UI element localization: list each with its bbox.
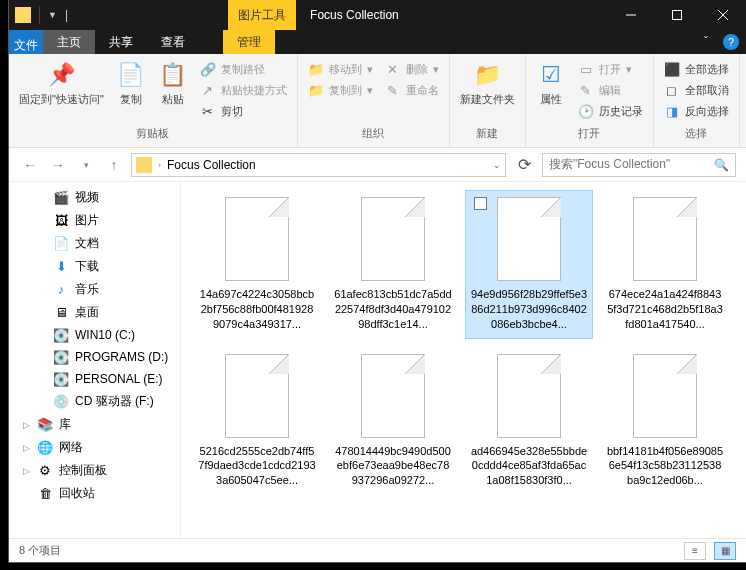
sidebar-item-label: 下载	[75, 258, 99, 275]
tab-view[interactable]: 查看	[147, 30, 199, 54]
pictures-icon: 🖼	[53, 213, 69, 229]
move-to-button[interactable]: 📁移动到 ▾	[304, 60, 377, 78]
invert-selection-button[interactable]: ◨反向选择	[660, 102, 733, 120]
file-icon	[497, 354, 561, 438]
file-item[interactable]: 5216cd2555ce2db74ff57f9daed3cde1cdcd2193…	[193, 347, 321, 496]
cut-button[interactable]: ✂剪切	[196, 102, 291, 120]
new-folder-button[interactable]: 📁 新建文件夹	[456, 58, 519, 108]
minimize-button[interactable]	[608, 0, 654, 30]
ribbon-group-select: 选择	[660, 126, 733, 143]
paste-button[interactable]: 📋 粘贴	[154, 58, 192, 108]
history-button[interactable]: 🕑历史记录	[574, 102, 647, 120]
address-bar[interactable]: › Focus Collection ⌄	[131, 153, 506, 177]
chevron-right-icon[interactable]: ▷	[23, 420, 30, 430]
sidebar-item-label: 桌面	[75, 304, 99, 321]
copy-to-button[interactable]: 📁复制到 ▾	[304, 81, 377, 99]
tab-file[interactable]: 文件	[9, 30, 43, 54]
sidebar-item-net[interactable]: ▷🌐网络	[9, 436, 180, 459]
sidebar-item-pictures[interactable]: 🖼图片	[9, 209, 180, 232]
net-icon: 🌐	[37, 440, 53, 456]
select-none-button[interactable]: ◻全部取消	[660, 81, 733, 99]
sidebar-item-f[interactable]: 💿CD 驱动器 (F:)	[9, 390, 180, 413]
search-input[interactable]: 搜索"Focus Collection" 🔍	[542, 153, 736, 177]
e-icon: 💽	[53, 371, 69, 387]
sidebar-item-videos[interactable]: 🎬视频	[9, 186, 180, 209]
sidebar-item-label: CD 驱动器 (F:)	[75, 393, 154, 410]
copyto-icon: 📁	[308, 82, 324, 98]
select-all-button[interactable]: ⬛全部选择	[660, 60, 733, 78]
sidebar-item-documents[interactable]: 📄文档	[9, 232, 180, 255]
titlebar: ▼ | 图片工具 Focus Collection	[9, 0, 746, 30]
sidebar-item-downloads[interactable]: ⬇下载	[9, 255, 180, 278]
file-pane[interactable]: 14a697c4224c3058bcb2bf756c88fb00f4819289…	[181, 182, 746, 538]
up-button[interactable]: ↑	[103, 154, 125, 176]
window-title: Focus Collection	[296, 0, 608, 30]
tab-home[interactable]: 主页	[43, 30, 95, 54]
paste-icon: 📋	[158, 60, 188, 90]
chevron-right-icon[interactable]: ▷	[23, 466, 30, 476]
sidebar-item-desktop[interactable]: 🖥桌面	[9, 301, 180, 324]
rename-button[interactable]: ✎重命名	[381, 81, 443, 99]
file-icon	[225, 197, 289, 281]
file-name: 674ece24a1a424f88435f3d721c468d2b5f18a3f…	[606, 287, 724, 332]
breadcrumb[interactable]: Focus Collection	[167, 158, 256, 172]
ribbon-group-organize: 组织	[304, 126, 443, 143]
new-folder-icon: 📁	[472, 60, 502, 90]
copy-path-button[interactable]: 🔗复制路径	[196, 60, 291, 78]
file-name: ad466945e328e55bbde0cddd4ce85af3fda65ac1…	[470, 444, 588, 489]
status-bar: 8 个项目 ≡ ▦	[9, 538, 746, 562]
refresh-button[interactable]: ⟳	[512, 155, 536, 174]
tab-share[interactable]: 共享	[95, 30, 147, 54]
history-icon: 🕑	[578, 103, 594, 119]
file-item[interactable]: 674ece24a1a424f88435f3d721c468d2b5f18a3f…	[601, 190, 729, 339]
forward-button[interactable]: →	[47, 154, 69, 176]
icons-view-button[interactable]: ▦	[714, 542, 736, 560]
edit-icon: ✎	[578, 82, 594, 98]
chevron-right-icon[interactable]: ▷	[23, 443, 30, 453]
details-view-button[interactable]: ≡	[684, 542, 706, 560]
file-icon	[633, 197, 697, 281]
close-button[interactable]	[700, 0, 746, 30]
file-item[interactable]: 478014449bc9490d500ebf6e73eaa9be48ec7893…	[329, 347, 457, 496]
sidebar-item-label: 回收站	[59, 485, 95, 502]
sidebar-item-lib[interactable]: ▷📚库	[9, 413, 180, 436]
recent-locations-button[interactable]: ▾	[75, 154, 97, 176]
chevron-down-icon[interactable]: ⌄	[493, 160, 501, 170]
ribbon-group-new: 新建	[456, 126, 519, 143]
open-button[interactable]: ▭打开 ▾	[574, 60, 647, 78]
sidebar-item-music[interactable]: ♪音乐	[9, 278, 180, 301]
file-item[interactable]: 61afec813cb51dc7a5dd22574f8df3d40a479102…	[329, 190, 457, 339]
pin-button[interactable]: 📌 固定到"快速访问"	[15, 58, 108, 108]
tab-manage[interactable]: 管理	[223, 30, 275, 54]
properties-button[interactable]: ☑ 属性	[532, 58, 570, 108]
navigation-pane[interactable]: 🎬视频🖼图片📄文档⬇下载♪音乐🖥桌面💽WIN10 (C:)💽PROGRAMS (…	[9, 182, 181, 538]
pin-icon: 📌	[46, 60, 76, 90]
sidebar-item-label: 视频	[75, 189, 99, 206]
f-icon: 💿	[53, 394, 69, 410]
delete-button[interactable]: ✕删除 ▾	[381, 60, 443, 78]
copy-button[interactable]: 📄 复制	[112, 58, 150, 108]
file-icon	[361, 197, 425, 281]
sidebar-item-cpl[interactable]: ▷⚙控制面板	[9, 459, 180, 482]
ribbon-collapse-icon[interactable]: ˇ	[696, 30, 716, 54]
sidebar-item-c[interactable]: 💽WIN10 (C:)	[9, 324, 180, 346]
search-icon: 🔍	[714, 158, 729, 172]
file-item[interactable]: bbf14181b4f056e890856e54f13c58b23112538b…	[601, 347, 729, 496]
qat-dropdown-icon[interactable]: ▼	[48, 10, 57, 20]
folder-icon	[136, 157, 152, 173]
contextual-tab-label: 图片工具	[228, 0, 296, 30]
back-button[interactable]: ←	[19, 154, 41, 176]
sidebar-item-label: 网络	[59, 439, 83, 456]
sidebar-item-d[interactable]: 💽PROGRAMS (D:)	[9, 346, 180, 368]
checkbox[interactable]	[474, 197, 487, 210]
sidebar-item-label: 文档	[75, 235, 99, 252]
paste-shortcut-button[interactable]: ↗粘贴快捷方式	[196, 81, 291, 99]
maximize-button[interactable]	[654, 0, 700, 30]
edit-button[interactable]: ✎编辑	[574, 81, 647, 99]
file-item[interactable]: 94e9d956f28b29ffef5e386d211b973d996c8402…	[465, 190, 593, 339]
sidebar-item-bin[interactable]: 🗑回收站	[9, 482, 180, 505]
help-button[interactable]: ?	[716, 30, 746, 54]
file-item[interactable]: ad466945e328e55bbde0cddd4ce85af3fda65ac1…	[465, 347, 593, 496]
sidebar-item-e[interactable]: 💽PERSONAL (E:)	[9, 368, 180, 390]
file-item[interactable]: 14a697c4224c3058bcb2bf756c88fb00f4819289…	[193, 190, 321, 339]
